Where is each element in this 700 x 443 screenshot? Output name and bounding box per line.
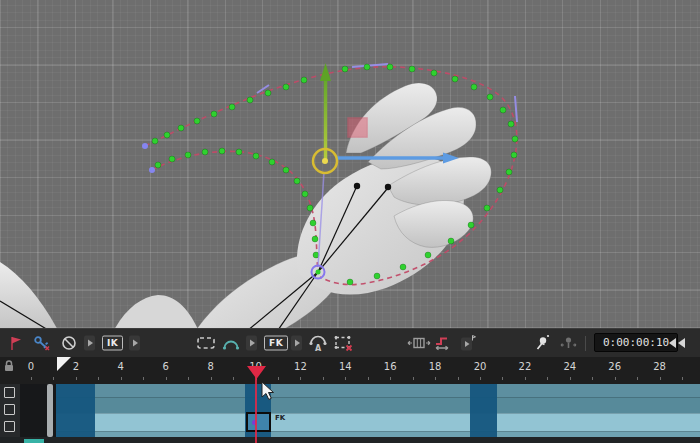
trajectory-keyframe-dot[interactable] — [219, 148, 225, 154]
rewind-icon[interactable] — [667, 336, 687, 350]
left-thigh-mesh[interactable] — [0, 262, 60, 328]
trajectory-keyframe-dot[interactable] — [508, 121, 514, 127]
ruler-tick — [278, 377, 279, 380]
dropdown-arrow-icon[interactable] — [246, 336, 257, 351]
trajectory-path[interactable] — [152, 151, 318, 272]
trajectory-keyframe-dot[interactable] — [202, 149, 208, 155]
arc-interpolation-icon[interactable] — [222, 336, 240, 350]
trajectory-keyframe-dot[interactable] — [236, 149, 242, 155]
track-visibility-checkbox[interactable] — [4, 421, 15, 432]
trajectory-keyframe-dot[interactable] — [302, 191, 308, 197]
trajectory-keyframe-dot[interactable] — [152, 138, 158, 144]
fk-keyframe-box[interactable] — [246, 412, 271, 432]
trajectory-keyframe-dot[interactable] — [497, 187, 503, 193]
trajectory-control-dot[interactable] — [149, 167, 155, 173]
ruler-tick — [143, 377, 144, 380]
character-mesh[interactable] — [0, 83, 491, 328]
trajectory-keyframe-dot[interactable] — [374, 273, 380, 279]
track-color-chip[interactable] — [24, 439, 44, 443]
key-delete-icon[interactable] — [33, 335, 51, 351]
trajectory-keyframe-dot[interactable] — [269, 159, 275, 165]
lock-icon[interactable] — [3, 359, 15, 373]
track-row-3[interactable] — [56, 413, 700, 431]
right-thigh-mesh[interactable] — [112, 295, 200, 328]
trajectory-keyframe-dot[interactable] — [247, 97, 253, 103]
plane-handle[interactable] — [348, 118, 367, 137]
interval-frames-icon[interactable] — [407, 336, 431, 350]
trajectory-keyframe-dot[interactable] — [185, 152, 191, 158]
keyframe-column[interactable] — [56, 384, 95, 437]
trajectory-keyframe-dot[interactable] — [283, 84, 289, 90]
playhead-marker[interactable] — [246, 366, 267, 380]
trajectory-keyframe-dot[interactable] — [512, 136, 518, 142]
trajectory-keyframe-dot[interactable] — [294, 178, 300, 184]
trajectory-keyframe-dot[interactable] — [301, 77, 307, 83]
ruler-label: 6 — [155, 361, 177, 372]
fk-button[interactable]: FK — [264, 336, 288, 351]
trajectory-keyframe-dot[interactable] — [448, 238, 454, 244]
rig-joint-dot[interactable] — [354, 183, 360, 189]
trajectory-keyframe-dot[interactable] — [155, 162, 161, 168]
trajectory-keyframe-dot[interactable] — [506, 169, 512, 175]
viewport-3d[interactable] — [0, 0, 700, 328]
trajectory-keyframe-dot[interactable] — [431, 70, 437, 76]
trajectory-control-dot[interactable] — [142, 143, 148, 149]
range-start-marker[interactable] — [57, 357, 72, 372]
step-interpolation-icon[interactable] — [433, 335, 453, 352]
trajectory-keyframe-dot[interactable] — [169, 156, 175, 162]
trajectory-keyframe-dot[interactable] — [400, 264, 406, 270]
wrist-joint-dot[interactable] — [316, 270, 321, 275]
trajectory-keyframe-dot[interactable] — [194, 118, 200, 124]
delete-keyframes-icon[interactable] — [333, 335, 354, 352]
trajectory-keyframe-dot[interactable] — [409, 66, 415, 72]
play-options-icon[interactable] — [458, 335, 477, 352]
trajectory-keyframe-dot[interactable] — [265, 90, 271, 96]
trajectory-keyframe-dot[interactable] — [500, 107, 506, 113]
viewport-canvas[interactable] — [0, 0, 700, 328]
trajectory-keyframe-dot[interactable] — [310, 220, 316, 226]
timeline-ruler[interactable]: 0246810121416182022242628 — [0, 357, 700, 384]
trajectory-keyframe-dot[interactable] — [164, 132, 170, 138]
dropdown-arrow-icon[interactable] — [84, 336, 95, 351]
keyframe-column[interactable] — [470, 384, 497, 437]
rig-joint-dot[interactable] — [385, 184, 391, 190]
no-key-icon[interactable] — [61, 335, 77, 351]
timecode-display[interactable]: 0:00:00:10 — [594, 333, 678, 352]
track-visibility-checkbox[interactable] — [4, 387, 15, 398]
trajectory-keyframe-dot[interactable] — [468, 222, 474, 228]
trajectory-keyframe-dot[interactable] — [307, 205, 313, 211]
trajectory-keyframe-dot[interactable] — [364, 64, 370, 70]
trajectory-keyframe-dot[interactable] — [253, 153, 259, 159]
ik-button[interactable]: IK — [102, 336, 123, 351]
ruler-label: 12 — [289, 361, 311, 372]
trajectory-keyframe-dot[interactable] — [178, 125, 184, 131]
trajectory-keyframe-dot[interactable] — [283, 167, 289, 173]
trajectory-keyframe-dot[interactable] — [452, 76, 458, 82]
trajectory-keyframe-dot[interactable] — [347, 279, 353, 285]
trajectory-keyframe-dot[interactable] — [312, 236, 318, 242]
trajectory-keyframe-dot[interactable] — [511, 152, 517, 158]
trajectory-keyframe-dot[interactable] — [425, 252, 431, 258]
auto-arc-icon[interactable]: A — [308, 335, 328, 352]
trajectory-keyframe-dot[interactable] — [471, 84, 477, 90]
timeline-tracks[interactable]: FK — [0, 384, 700, 437]
trajectory-keyframe-dot[interactable] — [211, 111, 217, 117]
tangent-handle[interactable] — [515, 96, 517, 122]
dropdown-arrow-icon[interactable] — [129, 336, 140, 351]
selection-frame-icon[interactable] — [196, 336, 216, 350]
trajectory-keyframe-dot[interactable] — [229, 104, 235, 110]
trajectory-keyframe-dot[interactable] — [484, 205, 490, 211]
trajectory-keyframe-dot[interactable] — [487, 94, 493, 100]
trajectory-keyframe-dot[interactable] — [342, 66, 348, 72]
trajectory-keyframe-dot[interactable] — [387, 64, 393, 70]
track-visibility-checkbox[interactable] — [4, 404, 15, 415]
vertical-scrollbar[interactable] — [47, 384, 53, 437]
pin-move-icon[interactable] — [558, 335, 579, 351]
flag-icon[interactable] — [8, 335, 24, 351]
track-row-2[interactable] — [56, 397, 700, 413]
dropdown-arrow-icon[interactable] — [291, 336, 302, 351]
track-row-1[interactable] — [56, 384, 700, 397]
pin-icon[interactable] — [533, 334, 551, 352]
axis-y-arrowhead[interactable] — [320, 63, 331, 81]
gizmo-center-dot[interactable] — [322, 158, 328, 164]
